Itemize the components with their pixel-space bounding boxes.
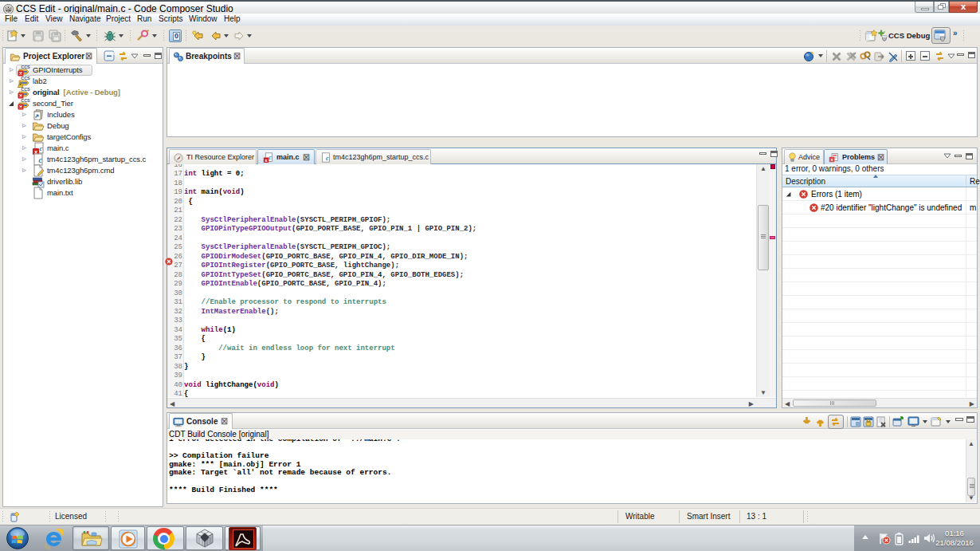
- svg-text:c: c: [40, 144, 43, 152]
- svg-text:CCS: CCS: [21, 76, 30, 81]
- svg-text:CCS: CCS: [21, 65, 30, 69]
- svg-text:c: c: [39, 155, 43, 164]
- svg-text:c: c: [326, 155, 329, 162]
- svg-text:CCS: CCS: [21, 87, 30, 92]
- svg-text:CCS: CCS: [21, 98, 30, 103]
